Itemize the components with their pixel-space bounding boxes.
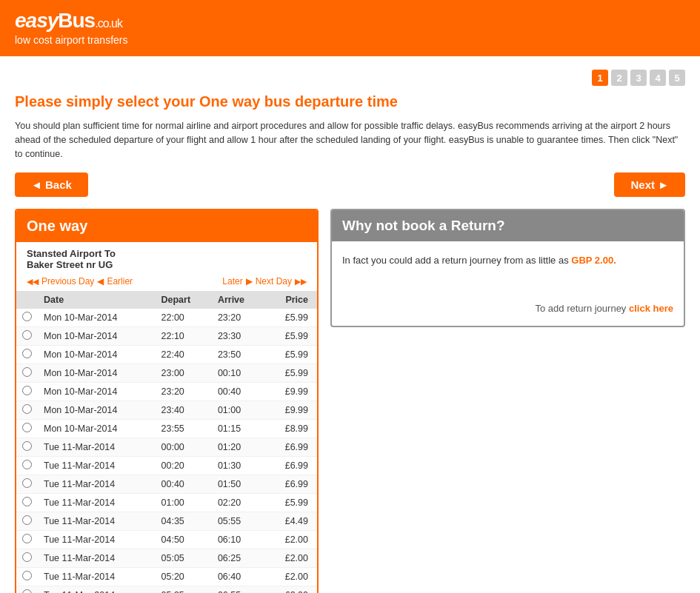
later-link[interactable]: Later — [222, 276, 242, 287]
row-radio-cell[interactable] — [16, 457, 38, 475]
row-date: Mon 10-Mar-2014 — [38, 364, 156, 383]
row-radio-cell[interactable] — [16, 475, 38, 494]
departure-radio[interactable] — [22, 404, 32, 414]
row-price: £2.00 — [265, 586, 317, 593]
row-radio-cell[interactable] — [16, 364, 38, 383]
row-radio-cell[interactable] — [16, 309, 38, 327]
row-arrive: 01:00 — [212, 401, 265, 420]
row-arrive: 00:40 — [212, 383, 265, 401]
row-radio-cell[interactable] — [16, 549, 38, 568]
departure-radio[interactable] — [22, 386, 32, 395]
row-arrive: 01:20 — [212, 438, 265, 457]
departure-radio[interactable] — [22, 460, 32, 469]
brand-easy: easy — [15, 9, 58, 32]
departure-radio[interactable] — [22, 367, 32, 377]
departure-radio[interactable] — [22, 552, 32, 562]
row-radio-cell[interactable] — [16, 327, 38, 346]
row-date: Tue 11-Mar-2014 — [38, 568, 156, 586]
departure-radio[interactable] — [22, 571, 32, 580]
row-arrive: 06:10 — [212, 531, 265, 549]
row-radio-cell[interactable] — [16, 401, 38, 420]
departure-radio[interactable] — [22, 534, 32, 543]
next-button[interactable]: Next ► — [614, 172, 685, 197]
step-2[interactable]: 2 — [611, 70, 627, 86]
row-price: £4.49 — [265, 512, 317, 531]
departure-radio[interactable] — [22, 312, 32, 321]
row-date: Tue 11-Mar-2014 — [38, 494, 156, 512]
brand-domain: .co.uk — [95, 17, 122, 30]
table-row: Mon 10-Mar-2014 23:20 00:40 £9.99 — [16, 383, 317, 401]
col-date: Date — [38, 291, 156, 309]
row-arrive: 23:20 — [212, 309, 265, 327]
row-date: Tue 11-Mar-2014 — [38, 475, 156, 494]
row-radio-cell[interactable] — [16, 586, 38, 593]
table-row: Tue 11-Mar-2014 05:35 06:55 £2.00 — [16, 586, 317, 593]
row-date: Mon 10-Mar-2014 — [38, 383, 156, 401]
step-3[interactable]: 3 — [630, 70, 647, 86]
row-date: Tue 11-Mar-2014 — [38, 531, 156, 549]
row-radio-cell[interactable] — [16, 494, 38, 512]
table-row: Mon 10-Mar-2014 22:40 23:50 £5.99 — [16, 346, 317, 364]
step-5[interactable]: 5 — [669, 70, 685, 86]
row-date: Mon 10-Mar-2014 — [38, 309, 156, 327]
main-columns: One way Stansted Airport ToBaker Street … — [15, 209, 685, 593]
row-price: £5.99 — [265, 309, 317, 327]
col-depart: Depart — [156, 291, 212, 309]
next-day-link[interactable]: Next Day — [256, 276, 292, 287]
return-footer: To add return journey click here — [332, 281, 684, 326]
row-arrive: 23:30 — [212, 327, 265, 346]
row-radio-cell[interactable] — [16, 512, 38, 531]
row-date: Mon 10-Mar-2014 — [38, 420, 156, 438]
departure-radio[interactable] — [22, 589, 32, 593]
return-click-here-link[interactable]: click here — [629, 303, 673, 314]
table-row: Mon 10-Mar-2014 22:10 23:30 £5.99 — [16, 327, 317, 346]
site-header: easyBus.co.uk low cost airport transfers — [0, 0, 700, 56]
row-arrive: 01:15 — [212, 420, 265, 438]
row-date: Tue 11-Mar-2014 — [38, 586, 156, 593]
row-arrive: 02:20 — [212, 494, 265, 512]
row-depart: 00:40 — [156, 475, 212, 494]
departure-radio[interactable] — [22, 497, 32, 506]
row-arrive: 00:10 — [212, 364, 265, 383]
row-depart: 22:00 — [156, 309, 212, 327]
step-1[interactable]: 1 — [592, 70, 608, 86]
row-price: £5.99 — [265, 494, 317, 512]
row-arrive: 06:25 — [212, 549, 265, 568]
one-way-panel: One way Stansted Airport ToBaker Street … — [15, 209, 319, 593]
row-radio-cell[interactable] — [16, 420, 38, 438]
back-button[interactable]: ◄ Back — [15, 172, 88, 197]
row-depart: 23:55 — [156, 420, 212, 438]
row-date: Tue 11-Mar-2014 — [38, 512, 156, 531]
row-arrive: 05:55 — [212, 512, 265, 531]
departure-radio[interactable] — [22, 423, 32, 432]
departure-radio[interactable] — [22, 478, 32, 488]
info-text: You should plan sufficient time for norm… — [15, 119, 685, 161]
row-arrive: 01:50 — [212, 475, 265, 494]
row-price: £6.99 — [265, 457, 317, 475]
row-date: Tue 11-Mar-2014 — [38, 457, 156, 475]
row-arrive: 01:30 — [212, 457, 265, 475]
row-depart: 23:20 — [156, 383, 212, 401]
row-radio-cell[interactable] — [16, 438, 38, 457]
departure-radio[interactable] — [22, 349, 32, 358]
row-price: £5.99 — [265, 327, 317, 346]
row-depart: 22:40 — [156, 346, 212, 364]
departure-radio[interactable] — [22, 515, 32, 525]
row-depart: 00:20 — [156, 457, 212, 475]
row-date: Mon 10-Mar-2014 — [38, 346, 156, 364]
earlier-link[interactable]: Earlier — [107, 276, 133, 287]
route-info: Stansted Airport ToBaker Street nr UG — [16, 242, 317, 273]
row-price: £2.00 — [265, 549, 317, 568]
prev-day-link[interactable]: Previous Day — [41, 276, 94, 287]
row-radio-cell[interactable] — [16, 346, 38, 364]
departure-radio[interactable] — [22, 330, 32, 340]
row-depart: 04:50 — [156, 531, 212, 549]
row-depart: 23:00 — [156, 364, 212, 383]
row-radio-cell[interactable] — [16, 383, 38, 401]
row-depart: 05:05 — [156, 549, 212, 568]
step-4[interactable]: 4 — [650, 70, 666, 86]
departure-radio[interactable] — [22, 441, 32, 451]
row-arrive: 06:40 — [212, 568, 265, 586]
row-radio-cell[interactable] — [16, 531, 38, 549]
row-radio-cell[interactable] — [16, 568, 38, 586]
